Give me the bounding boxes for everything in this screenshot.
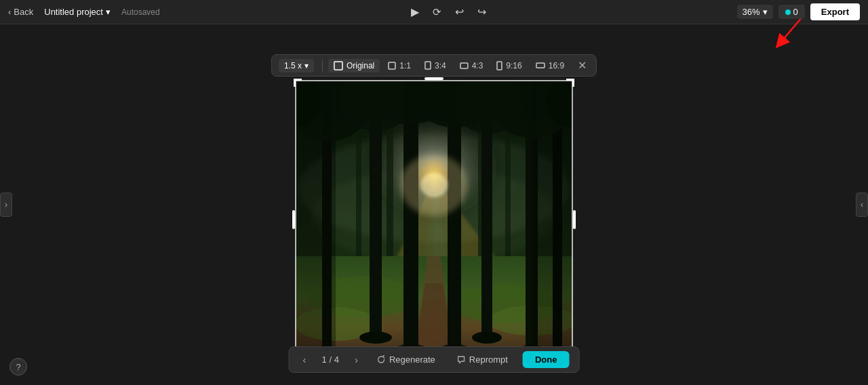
aspect-4-3-option[interactable]: 4:3: [454, 59, 489, 73]
redo-icon: ↪: [477, 7, 486, 18]
aspect-1-1-label: 1:1: [399, 61, 411, 70]
image-container[interactable]: [295, 80, 573, 360]
16-9-icon: [536, 62, 545, 68]
export-button[interactable]: Export: [810, 3, 860, 20]
credit-dot-icon: [785, 9, 791, 15]
svg-point-39: [472, 331, 502, 344]
3-4-icon: [425, 61, 431, 70]
undo-button[interactable]: ↩: [451, 4, 468, 20]
crop-handle-tl-v[interactable]: [294, 79, 296, 87]
bottom-navigation-bar: ‹ 1 / 4 › Regenerate Reprompt Done: [289, 346, 580, 373]
page-total: 4: [334, 354, 339, 365]
aspect-divider: [322, 60, 323, 71]
crop-handle-mid-r[interactable]: [573, 210, 576, 229]
svg-point-36: [359, 331, 392, 344]
rotate-button[interactable]: ⟳: [429, 4, 446, 20]
next-page-button[interactable]: ›: [351, 353, 362, 367]
canvas-zoom-value: 1.5 x: [284, 61, 302, 70]
regenerate-icon: [377, 355, 386, 364]
redo-button[interactable]: ↪: [473, 4, 490, 20]
autosaved-label: Autosaved: [121, 7, 160, 17]
project-chevron-icon: ▾: [106, 7, 111, 17]
play-icon: ▶: [411, 7, 419, 18]
forest-image: [295, 80, 573, 358]
back-chevron-icon: ‹: [8, 7, 11, 17]
9-16-icon: [496, 61, 502, 70]
top-bar-left: ‹ Back Untitled project ▾ Autosaved: [8, 7, 160, 17]
aspect-9-16-option[interactable]: 9:16: [491, 59, 527, 73]
aspect-original-label: Original: [347, 61, 374, 70]
aspect-9-16-label: 9:16: [506, 61, 521, 70]
undo-icon: ↩: [455, 7, 464, 18]
back-button[interactable]: ‹ Back: [8, 7, 33, 17]
project-title[interactable]: Untitled project ▾: [44, 7, 111, 17]
aspect-bar-close-button[interactable]: ✕: [575, 58, 589, 73]
page-counter: 1 / 4: [318, 354, 342, 365]
main-canvas-area: 1.5 x ▾ Original 1:1 3:4 4:3: [0, 24, 868, 385]
1-1-icon: [388, 62, 396, 70]
next-icon: ›: [355, 354, 358, 365]
prev-icon: ‹: [303, 354, 307, 365]
regenerate-label: Regenerate: [389, 354, 435, 365]
top-bar-center: ▶ ⟳ ↩ ↪: [407, 4, 490, 20]
done-button[interactable]: Done: [523, 351, 570, 368]
aspect-16-9-label: 16:9: [549, 61, 564, 70]
top-bar: ‹ Back Untitled project ▾ Autosaved ▶ ⟳ …: [0, 0, 868, 24]
left-chevron-icon: ›: [5, 200, 7, 209]
aspect-16-9-option[interactable]: 16:9: [530, 59, 570, 73]
rotate-icon: ⟳: [433, 7, 441, 17]
reprompt-button[interactable]: Reprompt: [450, 352, 515, 367]
close-icon: ✕: [578, 60, 587, 71]
crop-handle-mid-l[interactable]: [292, 210, 295, 229]
regenerate-button[interactable]: Regenerate: [370, 352, 442, 367]
page-current: 1: [322, 354, 327, 365]
reprompt-icon: [457, 355, 466, 364]
top-bar-right: 36% ▾ 0 Export: [737, 3, 860, 20]
4-3-icon: [460, 62, 469, 69]
aspect-3-4-label: 3:4: [435, 61, 446, 70]
zoom-button[interactable]: 36% ▾: [737, 5, 773, 19]
canvas-zoom-select[interactable]: 1.5 x ▾: [279, 59, 314, 73]
svg-rect-2: [425, 62, 431, 69]
aspect-4-3-label: 4:3: [472, 61, 484, 70]
svg-rect-1: [389, 62, 395, 69]
svg-rect-3: [460, 63, 468, 68]
credit-count: 0: [793, 7, 798, 17]
crop-handle-tr-v[interactable]: [572, 79, 574, 87]
svg-rect-4: [497, 62, 502, 70]
svg-rect-5: [536, 63, 545, 68]
play-button[interactable]: ▶: [407, 4, 423, 20]
original-icon: [334, 61, 343, 70]
project-name: Untitled project: [44, 7, 103, 17]
crop-handle-mid-t[interactable]: [425, 77, 443, 80]
left-panel-toggle[interactable]: ›: [0, 192, 12, 217]
help-button[interactable]: ?: [9, 358, 27, 376]
back-label: Back: [14, 7, 33, 17]
right-chevron-icon: ‹: [861, 200, 863, 209]
help-icon: ?: [16, 362, 20, 372]
zoom-chevron-icon: ▾: [763, 7, 768, 17]
credit-button[interactable]: 0: [778, 5, 805, 19]
right-panel-toggle[interactable]: ‹: [856, 192, 868, 217]
svg-rect-0: [334, 62, 342, 70]
aspect-original-option[interactable]: Original: [328, 59, 380, 73]
zoom-value: 36%: [743, 7, 760, 17]
aspect-3-4-option[interactable]: 3:4: [419, 59, 452, 73]
svg-point-53: [420, 173, 448, 197]
aspect-ratio-bar: 1.5 x ▾ Original 1:1 3:4 4:3: [271, 54, 597, 77]
aspect-1-1-option[interactable]: 1:1: [382, 59, 416, 73]
prev-page-button[interactable]: ‹: [299, 353, 311, 367]
reprompt-label: Reprompt: [469, 354, 508, 365]
canvas-zoom-chevron-icon: ▾: [304, 61, 309, 70]
